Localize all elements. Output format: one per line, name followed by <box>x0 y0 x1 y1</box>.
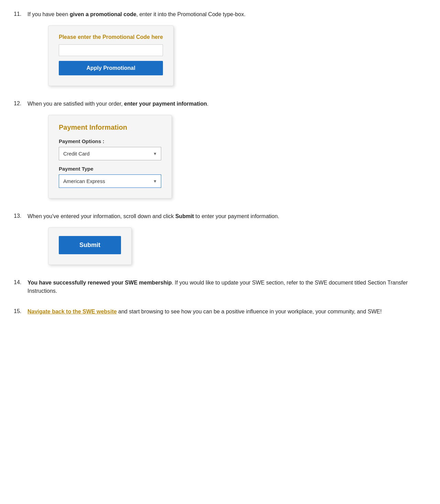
step-11: 11. If you have been given a promotional… <box>14 10 426 86</box>
step-12-text-after: . <box>207 101 208 107</box>
payment-options-wrapper: Credit Card PayPal Check ▼ <box>59 147 161 160</box>
promo-code-input[interactable] <box>59 44 163 56</box>
step-11-text-after: , enter it into the Promotional Code typ… <box>136 11 246 17</box>
step-14-number: 14. <box>14 279 28 286</box>
step-15-content: Navigate back to the SWE website and sta… <box>28 308 426 323</box>
step-13-number: 13. <box>14 212 28 219</box>
payment-options-label: Payment Options : <box>59 138 161 144</box>
swe-website-link[interactable]: Navigate back to the SWE website <box>28 309 117 314</box>
submit-card: Submit <box>48 227 132 265</box>
step-11-text: If you have been given a promotional cod… <box>28 10 426 19</box>
payment-information-card: Payment Information Payment Options : Cr… <box>48 115 172 199</box>
step-13-text-bold: Submit <box>175 213 194 219</box>
step-15-text-after: and start browsing to see how you can be… <box>117 309 382 314</box>
step-11-text-before: If you have been <box>28 11 70 17</box>
step-14-text: You have successfully renewed your SWE m… <box>28 279 426 295</box>
step-15-number: 15. <box>14 308 28 314</box>
payment-type-wrapper: American Express Visa MasterCard Discove… <box>59 174 161 188</box>
step-13-text: When you've entered your information, sc… <box>28 212 426 221</box>
step-13: 13. When you've entered your information… <box>14 212 426 265</box>
payment-type-select[interactable]: American Express Visa MasterCard Discove… <box>59 174 161 188</box>
step-12-text-before: When you are satisfied with your order, <box>28 101 124 107</box>
promo-code-card: Please enter the Promotional Code here A… <box>48 25 174 86</box>
payment-card-title: Payment Information <box>59 124 161 131</box>
step-11-number: 11. <box>14 10 28 17</box>
step-12-number: 12. <box>14 100 28 107</box>
step-13-content: When you've entered your information, sc… <box>28 212 426 265</box>
step-12: 12. When you are satisfied with your ord… <box>14 100 426 199</box>
step-13-text-after: to enter your payment information. <box>194 213 279 219</box>
promo-card-title: Please enter the Promotional Code here <box>59 34 163 40</box>
payment-options-select[interactable]: Credit Card PayPal Check <box>59 147 161 160</box>
step-14-text-bold: You have successfully renewed your SWE m… <box>28 280 172 286</box>
apply-promotional-button[interactable]: Apply Promotional <box>59 61 163 75</box>
payment-type-label: Payment Type <box>59 166 161 172</box>
step-12-content: When you are satisfied with your order, … <box>28 100 426 199</box>
step-14-content: You have successfully renewed your SWE m… <box>28 279 426 302</box>
step-15-text: Navigate back to the SWE website and sta… <box>28 308 426 316</box>
step-11-content: If you have been given a promotional cod… <box>28 10 426 86</box>
step-12-text-bold: enter your payment information <box>124 101 207 107</box>
step-11-text-bold: given a promotional code <box>70 11 136 17</box>
step-15: 15. Navigate back to the SWE website and… <box>14 308 426 323</box>
step-14: 14. You have successfully renewed your S… <box>14 279 426 302</box>
submit-button[interactable]: Submit <box>59 236 121 254</box>
step-12-text: When you are satisfied with your order, … <box>28 100 426 108</box>
step-13-text-before: When you've entered your information, sc… <box>28 213 175 219</box>
